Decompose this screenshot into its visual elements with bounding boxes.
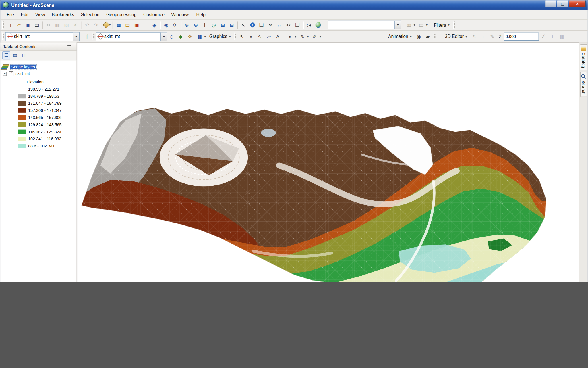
undo-button[interactable]: ↶ — [82, 20, 91, 29]
list-by-drawing-order-button[interactable]: ☰ — [2, 51, 10, 59]
arccatalog-button[interactable]: ▤ — [123, 20, 132, 29]
python-window-button[interactable]: ≡ — [141, 20, 150, 29]
select-features-tool[interactable]: ↖ — [239, 20, 248, 29]
cut-button[interactable]: ✂ — [44, 20, 53, 29]
line-tool[interactable]: ∿ — [256, 32, 264, 41]
time-slider-button[interactable]: ◷ — [305, 20, 314, 29]
collapse-icon[interactable]: − — [3, 72, 7, 76]
fixed-zoom-out-button[interactable]: ⊟ — [227, 20, 236, 29]
scale-combo-dropdown[interactable]: ▾ — [394, 21, 401, 29]
legend-row[interactable]: 184.789 - 198.53 — [2, 92, 77, 99]
interpolate-spiral-tool[interactable]: ∫ — [82, 32, 91, 41]
tin-layer-combo[interactable]: skirt_mt ▾ — [5, 32, 80, 41]
contour-tool[interactable]: ❖ — [185, 32, 194, 41]
fill-symbol-button[interactable]: ✐ ▾ — [310, 32, 322, 41]
arcmap-button[interactable]: ▦ — [114, 20, 123, 29]
3d-editor-dropdown[interactable]: 3D Editor ▾ — [442, 33, 470, 40]
html-popup-tool[interactable]: ❏ — [257, 20, 266, 29]
menu-item-Customize[interactable]: Customize — [140, 11, 168, 18]
scene-layers-node[interactable]: Scene layers — [2, 64, 77, 70]
edit-vertex-tool[interactable]: + — [479, 32, 488, 41]
viewer-window-button[interactable]: ❐ — [293, 20, 302, 29]
legend-row[interactable]: 116.082 - 129.824 — [2, 128, 77, 135]
layer-visibility-checkbox[interactable]: ✓ — [9, 71, 13, 76]
find-button[interactable]: ∞ — [266, 20, 275, 29]
interpolate-line-tool[interactable]: ◇ — [167, 32, 176, 41]
navigate-tool[interactable]: ◉ — [162, 20, 171, 29]
table-options-button[interactable]: ▦ ▾ — [403, 20, 416, 29]
legend-row[interactable]: 88.6 - 102.341 — [2, 142, 77, 150]
pin-icon[interactable] — [67, 44, 71, 48]
toolbar-grip[interactable] — [234, 33, 236, 40]
animation-controls-button[interactable]: ▰ — [423, 32, 432, 41]
add-data-button[interactable]: ▾ — [103, 22, 111, 27]
scale-combo-input[interactable] — [330, 21, 393, 28]
animation-dropdown[interactable]: Animation ▾ — [386, 33, 414, 40]
filters-dropdown[interactable]: Filters ▾ — [431, 21, 452, 29]
scale-combo[interactable]: ▾ — [328, 21, 401, 29]
steepest-path-tool[interactable]: ◆ — [176, 32, 185, 41]
animation-capture-button[interactable]: ◉ — [414, 32, 423, 41]
snap-angle-button[interactable]: ∠ — [539, 32, 548, 41]
menu-item-Help[interactable]: Help — [193, 11, 209, 18]
point-tool[interactable]: ● — [246, 32, 255, 41]
search-tab[interactable]: Search — [580, 72, 587, 97]
text-tool[interactable]: A — [273, 32, 282, 41]
layer-select-button[interactable]: ▩ ▾ — [194, 32, 207, 41]
close-button[interactable]: × — [569, 0, 586, 7]
identify-tool[interactable]: i — [248, 20, 257, 29]
graphics-select-tool[interactable]: ↖ — [237, 32, 246, 41]
menu-item-Windows[interactable]: Windows — [168, 11, 193, 18]
image-options-button[interactable]: ▤ ▾ — [416, 20, 428, 29]
layer-node-skirt-mt[interactable]: − ✓ skirt_mt — [2, 70, 77, 77]
line-symbol-button[interactable]: ✎ ▾ — [297, 32, 310, 41]
menu-item-Geoprocessing[interactable]: Geoprocessing — [103, 11, 140, 18]
z-value-field[interactable] — [504, 32, 539, 40]
terrain-tin-3d-view[interactable] — [77, 43, 579, 282]
analyst-layer-combo[interactable]: skirt_mt ▾ — [96, 32, 167, 41]
toolbar-grip[interactable] — [93, 33, 95, 40]
3d-analyst-globe-button[interactable] — [314, 20, 322, 29]
paste-button[interactable]: ▧ — [62, 20, 71, 29]
snap-grid-button[interactable]: ▦ — [557, 32, 566, 41]
pan-tool[interactable]: ✛ — [200, 20, 209, 29]
modelbuilder-button[interactable]: ◉ — [150, 20, 159, 29]
redo-button[interactable]: ↷ — [92, 20, 100, 29]
arctoolbox-button[interactable]: ▣ — [132, 20, 141, 29]
analyst-layer-dropdown[interactable]: ▾ — [160, 32, 167, 40]
delete-button[interactable]: ✕ — [71, 20, 80, 29]
legend-row[interactable]: 102.341 - 116.082 — [2, 135, 77, 142]
toolbar-grip[interactable] — [433, 33, 435, 40]
toolbar-grip[interactable] — [2, 21, 4, 29]
edit-sketch-tool[interactable]: ✎ — [488, 32, 497, 41]
zoom-in-tool[interactable]: ⊕ — [182, 20, 191, 29]
toolbar-grip[interactable] — [2, 33, 4, 40]
menu-item-File[interactable]: File — [3, 11, 18, 18]
edit-select-tool[interactable]: ↖ — [470, 32, 479, 41]
menu-item-Selection[interactable]: Selection — [78, 11, 103, 18]
scene-viewport[interactable] — [77, 43, 579, 282]
legend-row[interactable]: 129.824 - 143.565 — [2, 121, 77, 128]
toolbar-grip[interactable] — [453, 21, 455, 29]
legend-row[interactable]: 171.047 - 184.789 — [2, 99, 77, 107]
measure-tool[interactable]: ↔ — [275, 20, 284, 29]
graphics-dropdown[interactable]: Graphics ▾ — [207, 33, 233, 40]
copy-button[interactable]: ▥ — [53, 20, 62, 29]
save-button[interactable]: ▣ — [23, 20, 32, 29]
marker-symbol-button[interactable]: ● ▾ — [285, 32, 297, 41]
print-button[interactable]: ▤ — [32, 20, 41, 29]
snap-perpendicular-button[interactable]: ⊥ — [548, 32, 557, 41]
full-extent-button[interactable]: ◎ — [209, 20, 218, 29]
menu-item-Edit[interactable]: Edit — [18, 11, 32, 18]
go-to-xy-button[interactable]: XY — [284, 20, 293, 29]
legend-row[interactable]: 143.565 - 157.306 — [2, 114, 77, 121]
legend-row[interactable]: 157.306 - 171.047 — [2, 107, 77, 114]
polygon-tool[interactable]: ▱ — [264, 32, 273, 41]
catalog-tab[interactable]: Catalog — [580, 44, 587, 70]
title-bar[interactable]: Untitled - ArcScene – ▢ × — [0, 0, 587, 10]
list-by-visibility-button[interactable]: ◫ — [20, 51, 28, 59]
menu-item-View[interactable]: View — [32, 11, 48, 18]
menu-item-Bookmarks[interactable]: Bookmarks — [48, 11, 78, 18]
open-button[interactable]: ▱ — [14, 20, 23, 29]
fixed-zoom-in-button[interactable]: ⊞ — [218, 20, 227, 29]
